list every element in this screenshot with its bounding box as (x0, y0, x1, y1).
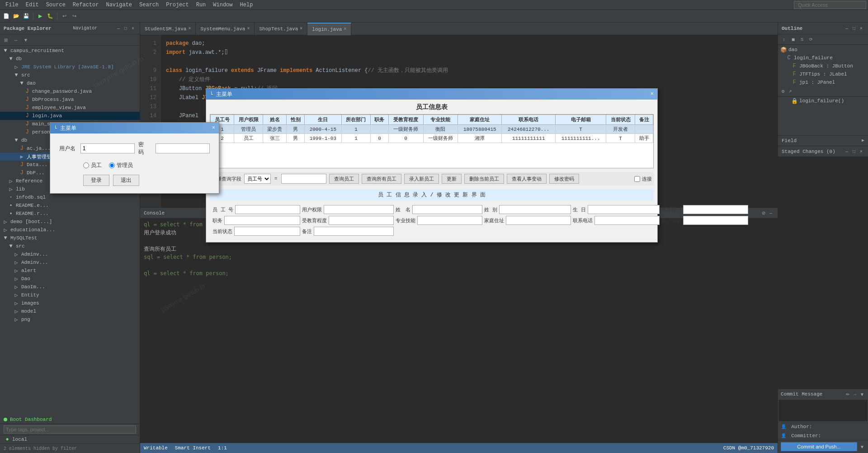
tree-item-images[interactable]: ▷ images (0, 299, 140, 307)
git-minimize[interactable]: – (844, 148, 850, 155)
console-minimize-btn[interactable]: – (768, 210, 774, 216)
outline-item-class[interactable]: C login_failure (778, 54, 868, 62)
view-menu-btn[interactable]: ▼ (22, 36, 30, 44)
tab-close-icon[interactable]: × (344, 27, 346, 32)
tree-item-dao[interactable]: ▼ dao (0, 79, 140, 87)
toolbar-debug[interactable]: 🐛 (46, 12, 55, 21)
tree-item-ac[interactable]: J ac.ja... (0, 144, 140, 153)
outline-item-jtftips[interactable]: F JTFTips : JLabel (778, 70, 868, 78)
tree-item-educational[interactable]: ▷ educationala... (0, 226, 140, 234)
outline-minimize[interactable]: – (844, 25, 850, 32)
panel-close[interactable]: × (130, 25, 136, 32)
git-close[interactable]: × (858, 148, 864, 155)
tree-item-main[interactable]: J main_screen.java (0, 120, 140, 128)
outline-sort-btn[interactable]: ↕ (780, 35, 788, 43)
git-commit-arrow[interactable]: → (852, 391, 858, 397)
outline-extra-btn[interactable]: ⚙ (780, 88, 786, 95)
menu-project[interactable]: Project (162, 2, 192, 8)
panel-minimize[interactable]: – (115, 25, 122, 32)
outline-extra2-btn[interactable]: ↗ (787, 88, 793, 95)
tree-item-dbprocess[interactable]: J DbProcess.java (0, 95, 140, 104)
outline-item-jbgoback[interactable]: F JBGoBack : JButton (778, 62, 868, 70)
menu-file[interactable]: File (2, 2, 22, 8)
menu-window[interactable]: Window (209, 2, 236, 8)
tree-item-png[interactable]: ▷ png (0, 315, 140, 324)
outline-maximize[interactable]: □ (851, 25, 857, 32)
tab-login[interactable]: login.java × (307, 23, 351, 35)
tree-item-adminv1[interactable]: ▷ Adminv... (0, 250, 140, 258)
tree-item-campus[interactable]: ▼ campus_recruitment (0, 47, 140, 55)
tab-close-icon[interactable]: × (247, 26, 250, 31)
menu-run[interactable]: Run (193, 2, 210, 8)
tree-item-readme1[interactable]: ▪ README.e... (0, 201, 140, 210)
toolbar-undo[interactable]: ↩ (60, 12, 69, 21)
tree-item-dao2[interactable]: ▷ Dao (0, 275, 140, 283)
tree-item-reference[interactable]: ▷ Reference (0, 177, 140, 185)
git-commit-pencil[interactable]: ✏ (844, 391, 851, 397)
tree-item-change-pw[interactable]: J change_password.java (0, 87, 140, 95)
tree-item-dbp[interactable]: J DbP... (0, 169, 140, 177)
toolbar-redo[interactable]: ↪ (70, 12, 79, 21)
tree-item-person[interactable]: J person_change.java (0, 128, 140, 136)
tree-item-entity[interactable]: ▷ Entity (0, 291, 140, 299)
tree-item-src2[interactable]: ▼ src (0, 242, 140, 250)
tree-label: DbProcess.java (32, 97, 74, 102)
tab-shoptest[interactable]: ShopTest.java × (255, 23, 307, 35)
tree-item-daoim[interactable]: ▷ DaoIm... (0, 283, 140, 291)
tab-close-icon[interactable]: × (188, 26, 191, 31)
outline-close[interactable]: × (858, 25, 864, 32)
outline-hide-static-btn[interactable]: S (798, 35, 806, 43)
folder-icon: ▷ (2, 218, 9, 225)
quick-access-input[interactable] (794, 1, 866, 9)
tree-item-src[interactable]: ▼ src (0, 71, 140, 79)
navigator-tab[interactable]: Navigator (73, 26, 97, 31)
tree-item-model[interactable]: ▷ model (0, 307, 140, 315)
tree-item-db[interactable]: ▼ db (0, 55, 140, 63)
link-editor-btn[interactable]: ↔ (12, 36, 20, 44)
menu-source[interactable]: Source (42, 2, 69, 8)
git-maximize[interactable]: □ (851, 148, 857, 155)
tree-item-mysql[interactable]: ▼ MySQLTest (0, 234, 140, 242)
menu-refactor[interactable]: Refactor (69, 2, 103, 8)
outline-item-dao[interactable]: 📦 dao (778, 46, 868, 54)
tree-item-adminv2[interactable]: ▷ Adminv... (0, 258, 140, 267)
toolbar-save[interactable]: 💾 (22, 12, 31, 21)
toolbar-run[interactable]: ▶ (36, 12, 45, 21)
toolbar-new[interactable]: 📄 (2, 12, 11, 21)
tree-item-lib[interactable]: ▷ lib (0, 185, 140, 193)
commit-push-button[interactable]: Commit and Push... (781, 442, 857, 451)
tree-item-infodb[interactable]: ▪ infodb.sql (0, 193, 140, 201)
field-expand-btn[interactable]: ▶ (862, 138, 864, 143)
outline-hide-fields-btn[interactable]: ◼ (789, 35, 797, 43)
tree-item-data[interactable]: J Data... (0, 161, 140, 169)
tree-item-login-gui[interactable]: ▶ 人事管理登录界面 (0, 153, 140, 161)
tree-item-local[interactable]: ● local (0, 435, 140, 443)
tree-item-db2[interactable]: ▼ db (0, 136, 140, 144)
tree-item-empview[interactable]: J employee_view.java (0, 104, 140, 112)
menu-search[interactable]: Search (136, 2, 162, 8)
menu-help[interactable]: Help (236, 2, 257, 8)
tab-close-icon[interactable]: × (300, 26, 302, 31)
tab-studentsm[interactable]: StudentSM.java × (140, 23, 196, 35)
boot-dashboard[interactable]: Boot Dashboard (0, 415, 140, 424)
tab-systemmenu[interactable]: SystemMenu.java × (196, 23, 255, 35)
commit-push-expand[interactable]: ▼ (859, 443, 865, 450)
menu-navigate[interactable]: Navigate (102, 2, 136, 8)
outline-sync-btn[interactable]: ⟳ (807, 35, 815, 43)
tag-search-input[interactable] (4, 425, 136, 434)
collapse-all-btn[interactable]: ⊞ (2, 36, 10, 44)
code-content[interactable]: package dao; import java.awt.*;⌷ class l… (160, 35, 778, 207)
tree-item-login[interactable]: J login.java (0, 112, 140, 120)
tree-item-readme2[interactable]: ▪ README.r... (0, 210, 140, 218)
console-clear-btn[interactable]: ⊘ (760, 210, 767, 216)
tree-item-alert[interactable]: ▷ alert (0, 267, 140, 275)
panel-maximize[interactable]: □ (123, 25, 129, 32)
toolbar-open[interactable]: 📂 (12, 12, 21, 21)
outline-item-jp1[interactable]: F jp1 : JPanel (778, 78, 868, 86)
tree-item-demo[interactable]: ▷ demo [boot...] (0, 218, 140, 226)
commit-message-input[interactable] (778, 399, 868, 422)
outline-item-login-failure-method[interactable]: 🔒 login_failure() (778, 97, 868, 105)
tree-item-jre[interactable]: ▷ JRE System Library [JavaSE-1.8] (0, 63, 140, 71)
git-commit-expand[interactable]: ▼ (859, 391, 865, 397)
menu-edit[interactable]: Edit (22, 2, 42, 8)
